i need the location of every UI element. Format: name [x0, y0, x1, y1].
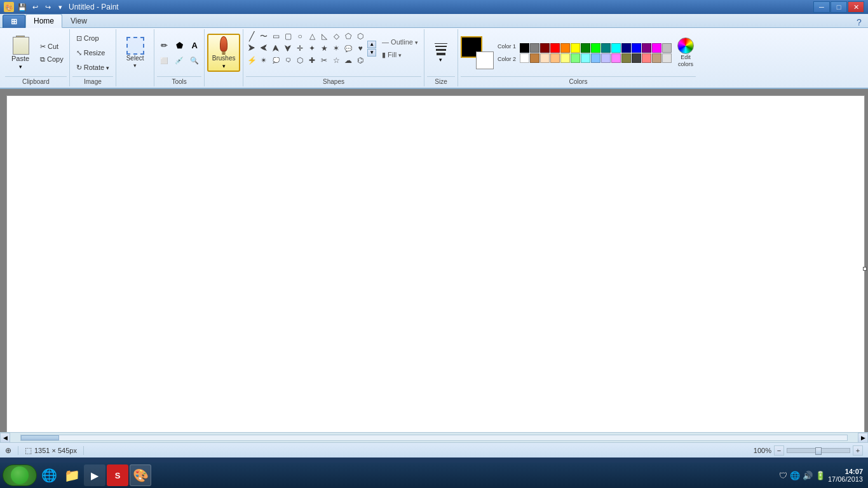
color-swatch[interactable] [621, 53, 631, 63]
color-swatch[interactable] [591, 43, 600, 53]
color-swatch[interactable] [571, 43, 580, 53]
shape-up-arrow[interactable]: ⮝ [270, 43, 281, 54]
shape-lightning[interactable]: ⚡ [246, 55, 257, 66]
color-swatch[interactable] [632, 43, 641, 53]
color-swatch[interactable] [601, 43, 611, 53]
maximize-button[interactable]: □ [831, 1, 847, 13]
color-swatch[interactable] [662, 43, 672, 53]
undo-button[interactable]: ↩ [29, 2, 41, 12]
color-swatch[interactable] [560, 43, 570, 53]
copy-button[interactable]: Copy [37, 53, 67, 65]
color-swatch[interactable] [662, 53, 672, 63]
save-button[interactable]: 💾 [17, 2, 28, 12]
picker-tool[interactable]: 💉 [172, 53, 186, 67]
volume-icon[interactable]: 🔊 [803, 471, 813, 480]
color-swatch[interactable] [560, 53, 570, 63]
shapes-scroll-up[interactable]: ▲ [367, 41, 376, 48]
magnify-tool[interactable]: 🔍 [187, 53, 201, 67]
resize-handle-right[interactable] [863, 267, 867, 271]
tab-file[interactable]: ⊞ [3, 15, 25, 28]
color-swatch[interactable] [601, 53, 611, 63]
edit-colors-button[interactable]: Editcolors [675, 36, 696, 70]
color-swatch[interactable] [591, 53, 600, 63]
color-swatch[interactable] [621, 43, 631, 53]
taskbar-icon-explorer[interactable]: 📁 [61, 464, 83, 486]
color-swatch[interactable] [652, 43, 661, 53]
antivirus-icon[interactable]: 🛡 [779, 471, 787, 480]
shape-diamond[interactable]: ◇ [330, 30, 342, 42]
canvas-area[interactable] [0, 89, 868, 432]
cut-button[interactable]: Cut [37, 41, 67, 53]
taskbar-icon-media[interactable]: ▶ [84, 464, 105, 486]
color-swatch[interactable] [642, 53, 651, 63]
shape-octagon[interactable]: ⬡ [294, 55, 306, 66]
taskbar-icon-paint[interactable]: 🎨 [130, 464, 151, 486]
shape-star5[interactable]: ★ [318, 43, 330, 54]
shape-round-callout2[interactable]: 🗨 [282, 55, 294, 66]
zoom-thumb[interactable] [815, 447, 822, 455]
tab-view[interactable]: View [62, 14, 95, 27]
start-button[interactable] [3, 464, 37, 486]
shape-star-outline[interactable]: ☆ [330, 55, 342, 66]
color2-button[interactable] [476, 51, 494, 69]
shape-down-arrow[interactable]: ⮟ [282, 43, 294, 54]
close-button[interactable]: ✕ [848, 1, 864, 13]
shape-heart[interactable]: ♥ [355, 43, 366, 54]
zoom-in-button[interactable]: + [853, 445, 863, 456]
network-icon[interactable]: 🌐 [790, 471, 800, 480]
color-swatch[interactable] [530, 53, 539, 63]
scroll-track[interactable] [20, 435, 848, 441]
taskbar-icon-ie[interactable]: 🌐 [38, 464, 60, 486]
color-swatch[interactable] [642, 43, 651, 53]
minimize-button[interactable]: ─ [813, 1, 830, 13]
shape-line[interactable]: ╱ [246, 30, 257, 42]
fill-tool[interactable]: ⬟ [172, 38, 186, 52]
scroll-thumb[interactable] [21, 435, 59, 440]
color-swatch[interactable] [611, 43, 621, 53]
color-swatch[interactable] [530, 43, 539, 53]
color-swatch[interactable] [571, 53, 580, 63]
paste-button[interactable]: Paste [5, 34, 36, 72]
customize-qa-button[interactable]: ▾ [55, 2, 66, 12]
shape-cross[interactable]: ✚ [306, 55, 318, 66]
text-tool[interactable]: A [187, 38, 201, 52]
eraser-tool[interactable]: ⬜ [157, 53, 171, 67]
shape-triangle[interactable]: △ [306, 30, 318, 42]
color-swatch[interactable] [632, 53, 641, 63]
shapes-scroll-down[interactable]: ▼ [367, 49, 376, 57]
color-swatch[interactable] [581, 53, 590, 63]
color-swatch[interactable] [550, 53, 560, 63]
color-swatch[interactable] [520, 53, 529, 63]
zoom-slider[interactable] [787, 448, 850, 453]
shape-right-arrow[interactable]: ⮞ [246, 43, 257, 54]
drawing-canvas[interactable] [6, 95, 865, 432]
shape-star6[interactable]: ✶ [330, 43, 342, 54]
redo-button[interactable]: ↪ [42, 2, 53, 12]
size-button[interactable] [427, 34, 455, 72]
battery-icon[interactable]: 🔋 [815, 471, 825, 480]
select-button[interactable]: Select [121, 34, 149, 72]
color-swatch[interactable] [581, 43, 590, 53]
shape-star4[interactable]: ✦ [306, 43, 318, 54]
resize-button[interactable]: Resize [72, 46, 113, 60]
color-swatch[interactable] [611, 53, 621, 63]
color-swatch[interactable] [520, 43, 529, 53]
tab-home[interactable]: Home [25, 14, 62, 28]
brushes-button[interactable]: Brushes [207, 34, 240, 72]
zoom-out-button[interactable]: − [774, 445, 784, 456]
shape-4way-arrow[interactable]: ✛ [294, 43, 306, 54]
color-swatch[interactable] [540, 53, 550, 63]
fill-button[interactable]: ▮ Fill [379, 49, 421, 61]
color-swatch[interactable] [652, 53, 661, 63]
help-button[interactable]: ? [853, 17, 865, 27]
shape-right-triangle[interactable]: ◺ [318, 30, 330, 42]
scroll-right-button[interactable]: ▶ [858, 433, 868, 443]
shape-snip[interactable]: ✂ [318, 55, 330, 66]
taskbar-icon-smart[interactable]: S [107, 464, 128, 486]
shape-rounded-callout[interactable]: 💭 [270, 55, 281, 66]
shape-star8[interactable]: ✴ [258, 55, 269, 66]
pencil-tool[interactable]: ✏ [157, 38, 171, 52]
shape-callout[interactable]: 💬 [342, 43, 354, 54]
outline-button[interactable]: — Outline [379, 36, 421, 48]
shape-left-arrow[interactable]: ⮜ [258, 43, 269, 54]
